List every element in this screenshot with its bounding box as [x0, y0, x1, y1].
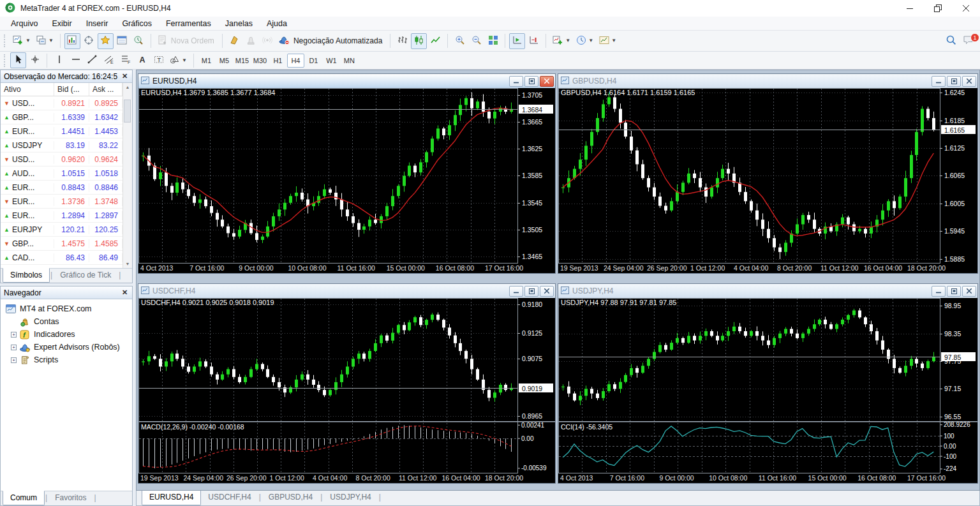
chart-window-titlebar[interactable]: EURUSD,H4 [138, 74, 555, 88]
market-watch-header[interactable]: Observação do Mercado: 16:24:5 ✕ [1, 70, 132, 83]
chart-minimize-button[interactable] [932, 76, 946, 87]
scrollbar-thumb[interactable] [124, 100, 131, 123]
zoom-out-button[interactable] [468, 33, 484, 49]
market-watch-row[interactable]: ▲GBP...1.63391.6342 [1, 110, 132, 124]
zoom-in-button[interactable] [452, 33, 468, 49]
close-icon[interactable]: ✕ [121, 288, 129, 297]
chevron-down-icon[interactable]: ▼ [611, 38, 616, 43]
crosshair-button[interactable] [27, 52, 43, 68]
notification-button[interactable]: 1 [960, 33, 977, 49]
toolbar-grip[interactable] [4, 54, 6, 67]
chart-minimize-button[interactable] [509, 286, 523, 297]
chart-close-button[interactable] [962, 286, 976, 297]
chevron-down-icon[interactable]: ▼ [588, 38, 593, 43]
chart-restore-button[interactable] [524, 286, 538, 297]
chart-canvas[interactable]: 0.91800.91250.90750.89650.9019USDCHF,H4 … [138, 298, 555, 483]
chart-window-eurusd[interactable]: EURUSD,H41.37051.36651.36251.35851.35451… [138, 73, 556, 274]
expand-icon[interactable]: + [11, 332, 17, 338]
market-watch-row[interactable]: ▼USD...0.96200.9624 [1, 153, 132, 167]
fibonacci-button[interactable]: F [117, 52, 133, 68]
bar-chart-button[interactable] [394, 33, 410, 49]
menu-arquivo[interactable]: Arquivo [4, 18, 45, 29]
window-close-button[interactable] [952, 0, 980, 17]
window-restore-button[interactable] [924, 0, 952, 17]
auto-scroll-button[interactable] [509, 33, 525, 49]
close-icon[interactable]: ✕ [121, 72, 129, 80]
column-header[interactable]: Ask ... [89, 83, 122, 96]
column-header[interactable]: Ativo [1, 83, 54, 96]
chart-restore-button[interactable] [947, 76, 961, 87]
menu-ferramentas[interactable]: Ferramentas [159, 18, 218, 29]
timeframe-m5-button[interactable]: M5 [216, 54, 233, 68]
chart-close-button[interactable] [962, 76, 976, 87]
tab-gr-fico-de-tick[interactable]: Gráfico de Tick [53, 269, 118, 283]
menu-exibir[interactable]: Exibir [45, 18, 78, 29]
tree-item-expert-advisors-rob-s-[interactable]: +Expert Advisors (Robôs) [2, 341, 131, 353]
market-watch-row[interactable]: ▼GBP...1.45751.4585 [1, 237, 132, 251]
timeframe-h4-button[interactable]: H4 [287, 54, 304, 68]
market-watch-row[interactable]: ▲EURJPY120.21120.25 [1, 223, 132, 237]
expand-icon[interactable]: + [11, 345, 17, 350]
chevron-down-icon[interactable]: ▼ [48, 38, 54, 43]
market-watch-row[interactable]: ▲EUR...0.88430.8846 [1, 181, 132, 195]
new-chart-button[interactable]: ▼ [10, 33, 33, 49]
expand-icon[interactable]: + [11, 357, 17, 363]
trend-line-button[interactable] [84, 52, 100, 68]
metaeditor-button[interactable] [226, 33, 242, 49]
data-window-button[interactable] [81, 33, 97, 49]
experts-button[interactable] [243, 33, 259, 49]
chart-restore-button[interactable] [524, 76, 538, 87]
horizontal-line-button[interactable] [68, 52, 84, 68]
market-watch-row[interactable]: ▲CAD...86.4386.49 [1, 251, 132, 265]
scroll-up-icon[interactable]: ▲ [126, 85, 130, 89]
chart-window-titlebar[interactable]: USDJPY,H4 [558, 284, 977, 298]
market-watch-row[interactable]: ▲EUR...1.28941.2897 [1, 209, 132, 223]
signals-button[interactable] [260, 33, 276, 49]
market-watch-row[interactable]: ▲EUR...1.44511.4453 [1, 124, 132, 138]
chart-minimize-button[interactable] [932, 286, 946, 297]
column-header[interactable]: Bid (... [54, 83, 89, 96]
terminal-button[interactable] [114, 33, 130, 49]
chart-window-titlebar[interactable]: GBPUSD,H4 [558, 74, 977, 88]
timeframe-mn-button[interactable]: MN [341, 54, 358, 68]
autotrade-button[interactable]: Negociação Automatizada [276, 33, 386, 49]
cursor-button[interactable] [10, 52, 26, 68]
text-button[interactable]: A [134, 52, 150, 68]
chart-window-titlebar[interactable]: USDCHF,H4 [138, 284, 555, 298]
timeframe-d1-button[interactable]: D1 [305, 54, 322, 68]
toolbar-grip[interactable] [4, 34, 6, 47]
tree-item-scripts[interactable]: +Scripts [2, 353, 131, 366]
menu-gráficos[interactable]: Gráficos [115, 18, 159, 29]
timeframe-w1-button[interactable]: W1 [323, 54, 340, 68]
timeframe-h1-button[interactable]: H1 [269, 54, 286, 68]
periods-button[interactable]: ▼ [574, 33, 596, 49]
search-button[interactable] [943, 33, 960, 49]
market-watch-row[interactable]: ▲USDJPY83.1983.22 [1, 138, 132, 153]
navigator-button[interactable] [98, 33, 114, 49]
market-watch-row[interactable]: ▼EUR...1.37361.3748 [1, 195, 132, 209]
chart-canvas[interactable]: 1.37051.36651.36251.35851.35451.35051.34… [138, 88, 555, 273]
chart-close-button[interactable] [540, 76, 554, 87]
new-order-button[interactable]: Nova Ordem [155, 33, 218, 49]
chart-minimize-button[interactable] [509, 76, 523, 87]
profiles-button[interactable]: ▼ [34, 33, 56, 49]
menu-janelas[interactable]: Janelas [218, 18, 260, 29]
templates-button[interactable]: ▼ [597, 33, 619, 49]
chart-canvas[interactable]: 1.62451.61851.61251.60651.60051.59451.58… [558, 88, 977, 273]
market-watch-column-headers[interactable]: AtivoBid (...Ask ... [1, 83, 132, 96]
candlestick-button[interactable] [411, 33, 427, 49]
tab-comum[interactable]: Comum [3, 491, 45, 505]
chart-tab-eurusd-h4[interactable]: EURUSD,H4 [142, 490, 201, 505]
chart-shift-button[interactable] [526, 33, 542, 49]
tree-item-indicadores[interactable]: +fIndicadores [2, 328, 131, 341]
tester-button[interactable] [131, 33, 147, 49]
chart-window-usdchf[interactable]: USDCHF,H40.91800.91250.90750.89650.9019U… [138, 283, 556, 484]
scroll-down-icon[interactable]: ▼ [126, 262, 130, 266]
timeframe-m1-button[interactable]: M1 [198, 54, 215, 68]
equidistant-channel-button[interactable]: E [101, 52, 117, 68]
market-watch-row[interactable]: ▲AUD...1.05151.0518 [1, 167, 132, 181]
timeframe-m15-button[interactable]: M15 [234, 54, 251, 68]
window-minimize-button[interactable] [896, 0, 924, 17]
menu-ajuda[interactable]: Ajuda [260, 18, 294, 29]
line-chart-button[interactable] [427, 33, 443, 49]
